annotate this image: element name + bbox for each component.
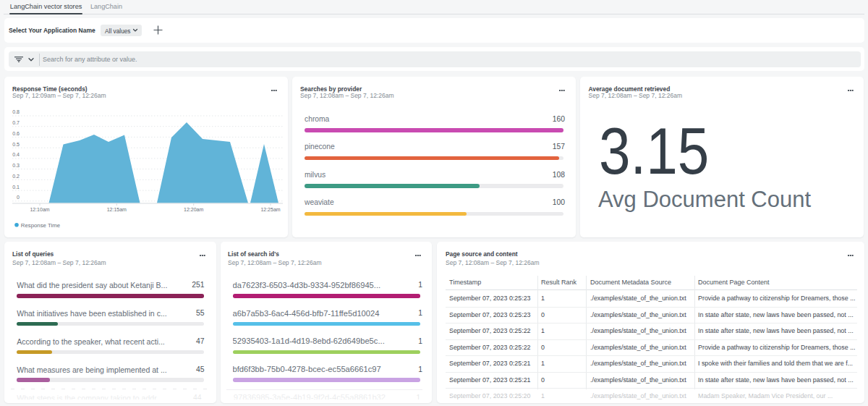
svg-text:0.7: 0.7: [12, 120, 20, 125]
svg-text:0.6: 0.6: [12, 131, 20, 136]
svg-text:12:10am: 12:10am: [30, 207, 49, 212]
svg-text:0.2: 0.2: [12, 174, 20, 179]
svg-text:12:20am: 12:20am: [184, 207, 203, 212]
svg-text:0.5: 0.5: [12, 142, 20, 147]
svg-text:12:25am: 12:25am: [260, 207, 280, 212]
svg-text:0: 0: [17, 195, 20, 200]
svg-text:0.1: 0.1: [12, 185, 20, 190]
svg-text:Response Time: Response Time: [21, 222, 60, 229]
svg-text:0.8: 0.8: [12, 109, 20, 114]
svg-text:12:15am: 12:15am: [107, 207, 127, 212]
svg-text:0.4: 0.4: [12, 152, 20, 157]
svg-text:0.3: 0.3: [12, 163, 20, 168]
